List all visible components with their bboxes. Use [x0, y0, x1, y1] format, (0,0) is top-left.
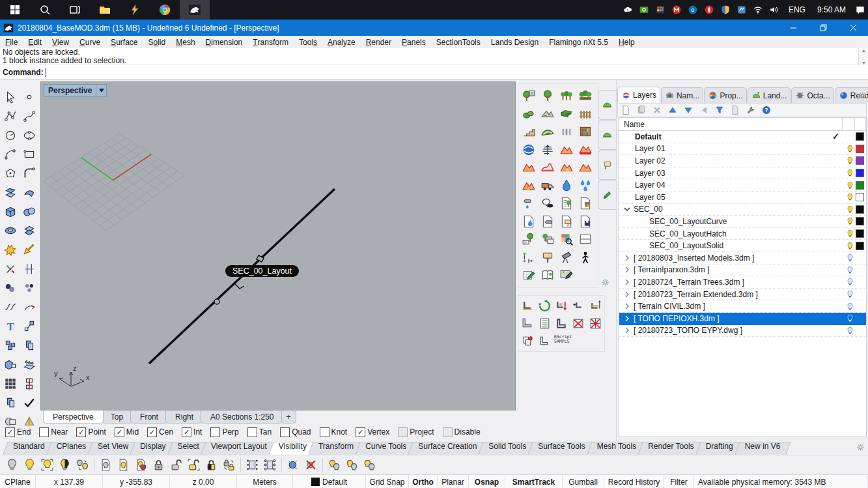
layer-visibility-bulb-icon[interactable]: [845, 192, 855, 203]
expand-chevron-icon[interactable]: [623, 302, 631, 310]
defender-tray-icon[interactable]: [718, 0, 734, 20]
plant-rows-icon[interactable]: [558, 87, 575, 104]
status-z-0-00[interactable]: z 0.00: [170, 475, 237, 488]
toolbar-tab-transform[interactable]: Transform: [315, 442, 357, 455]
language-indicator[interactable]: ENG: [783, 5, 811, 14]
osnap-cen-checkbox[interactable]: ✓: [147, 427, 157, 437]
blue-app-tray-icon[interactable]: [734, 0, 750, 20]
name-column-header[interactable]: Name: [624, 120, 645, 129]
status-record-history[interactable]: Record History: [604, 475, 664, 488]
explode-tool-icon[interactable]: [2, 241, 19, 258]
menu-sectiontools[interactable]: SectionTools: [431, 36, 486, 48]
color-grid-tray-icon[interactable]: [652, 0, 669, 20]
osnap-quad-checkbox[interactable]: [280, 427, 290, 437]
menu-flamingo-nxt-5-5[interactable]: Flamingo nXt 5.5: [544, 36, 613, 48]
status-available-physical-memory-3543[interactable]: Available physical memory: 3543 MB: [694, 475, 868, 488]
layer-row[interactable]: [ ΤΟΠΟ ΠΕΡΙΟΧΗ.3dm ]: [619, 313, 866, 325]
layer-visibility-bulb-icon[interactable]: [845, 204, 855, 214]
plant-table-doc-icon[interactable]: [577, 195, 594, 212]
isolate-lock-icon[interactable]: [361, 457, 378, 474]
plant-list-doc-icon[interactable]: [558, 195, 575, 212]
osnap-perp-checkbox[interactable]: [210, 427, 220, 437]
layout-frame-icon[interactable]: [577, 231, 594, 248]
chrome-app[interactable]: [150, 0, 180, 20]
stairs-icon[interactable]: [520, 123, 537, 140]
invert-lock-icon[interactable]: [203, 457, 220, 474]
toolbar-tab-surface-tools[interactable]: Surface Tools: [534, 442, 589, 455]
panel-tab-land-[interactable]: Land...: [748, 87, 791, 103]
save-doc-icon[interactable]: [577, 213, 594, 230]
osnap-vertex[interactable]: ✓Vertex: [356, 427, 389, 437]
layer-row[interactable]: SEC_00: [619, 204, 866, 216]
toolbar-tab-mesh-tools[interactable]: Mesh Tools: [593, 442, 640, 455]
section-shape-icon[interactable]: [519, 315, 536, 332]
layer-color-swatch[interactable]: [856, 156, 864, 165]
signpost-icon[interactable]: [539, 249, 556, 266]
linear-array-tool-icon[interactable]: [21, 375, 38, 392]
terrain-landscape-icon[interactable]: [539, 123, 556, 140]
walk-through-icon[interactable]: [577, 249, 594, 266]
flamingo-app[interactable]: [120, 0, 150, 20]
layer-color-swatch[interactable]: [856, 229, 864, 238]
layer-row[interactable]: SEC_00_LayoutSolid: [619, 240, 866, 252]
layer-visibility-bulb-icon[interactable]: [845, 143, 855, 154]
toolbar-tab-new-in-v6[interactable]: New in V6: [741, 442, 785, 455]
layer-visibility-bulb-icon[interactable]: [845, 277, 855, 287]
layer-row[interactable]: Default✓: [619, 131, 866, 143]
plant-tag-icon[interactable]: [520, 231, 537, 248]
menu-surface[interactable]: Surface: [105, 36, 143, 48]
forest-icon[interactable]: [577, 87, 594, 104]
menu-transform[interactable]: Transform: [247, 36, 294, 48]
add-viewport-tab[interactable]: +: [281, 410, 296, 423]
circle-tool-icon[interactable]: [2, 127, 19, 144]
lands-edit-flap[interactable]: [598, 180, 616, 210]
e-browser-tray-icon[interactable]: e: [685, 0, 701, 20]
layer-visibility-bulb-icon[interactable]: [845, 313, 855, 324]
search-button[interactable]: [30, 0, 60, 20]
terrain-c-icon[interactable]: [577, 159, 594, 176]
status-gumball[interactable]: Gumball: [563, 475, 604, 488]
section-up-icon[interactable]: [587, 297, 604, 314]
layer-visibility-bulb-icon[interactable]: [845, 180, 855, 190]
clock[interactable]: 9:50 AM: [811, 5, 852, 14]
scale-tool-icon[interactable]: [21, 318, 38, 335]
terrain-create-icon[interactable]: [558, 141, 575, 158]
points-on-icon[interactable]: [244, 457, 261, 474]
layer-visibility-bulb-icon[interactable]: [845, 265, 855, 275]
gmail-tray-icon[interactable]: [669, 0, 685, 20]
panel-tab-layers[interactable]: Layers: [617, 87, 660, 103]
status-y-355-83[interactable]: y -355.83: [103, 475, 170, 488]
sphere-tool-icon[interactable]: [21, 203, 38, 220]
toolbar-tab-visibility[interactable]: Visibility: [275, 442, 311, 455]
create-section-icon[interactable]: [519, 297, 536, 314]
lands-terrain-flap[interactable]: [598, 120, 616, 150]
lands-plants-flap[interactable]: [598, 90, 616, 120]
plant-photo-icon[interactable]: [520, 87, 537, 104]
sign-doc-icon[interactable]: [558, 213, 575, 230]
text-tool-icon[interactable]: T: [2, 318, 19, 335]
move-layer-down-icon[interactable]: [680, 104, 696, 117]
close-button[interactable]: [838, 20, 868, 36]
lock-objects-icon[interactable]: [150, 457, 167, 474]
toolbar-tab-viewport-layout[interactable]: Viewport Layout: [207, 442, 271, 455]
menu-analyze[interactable]: Analyze: [322, 36, 361, 48]
layer-visibility-bulb-icon[interactable]: [845, 240, 855, 251]
ellipse-tool-icon[interactable]: [21, 127, 38, 144]
terrain-cut-fill-icon[interactable]: [520, 177, 537, 194]
osnap-near-checkbox[interactable]: [39, 427, 49, 437]
expand-chevron-icon[interactable]: [623, 315, 631, 323]
osnap-point[interactable]: ✓Point: [76, 427, 105, 437]
status-ortho[interactable]: Ortho: [409, 475, 438, 488]
surface-points-tool-icon[interactable]: [2, 184, 19, 201]
point-tool-icon[interactable]: [21, 89, 38, 106]
menu-render[interactable]: Render: [361, 36, 397, 48]
viewport-tab-a0-sections-1-250[interactable]: A0 Sections 1:250: [201, 410, 283, 423]
viewport-tab-front[interactable]: Front: [130, 410, 168, 423]
wifi-tray-icon[interactable]: [750, 0, 766, 20]
toolbar-tab-drafting[interactable]: Drafting: [702, 442, 737, 455]
layer-row[interactable]: [ 20180723_ΤΟΠΟ ΕΥΡΥ.dwg ]: [619, 325, 866, 337]
extend-curve-tool-icon[interactable]: [21, 298, 38, 315]
layer-visibility-bulb-icon[interactable]: [845, 253, 855, 263]
collapse-chevron-icon[interactable]: [623, 205, 631, 213]
section-copy-icon[interactable]: [536, 332, 553, 349]
